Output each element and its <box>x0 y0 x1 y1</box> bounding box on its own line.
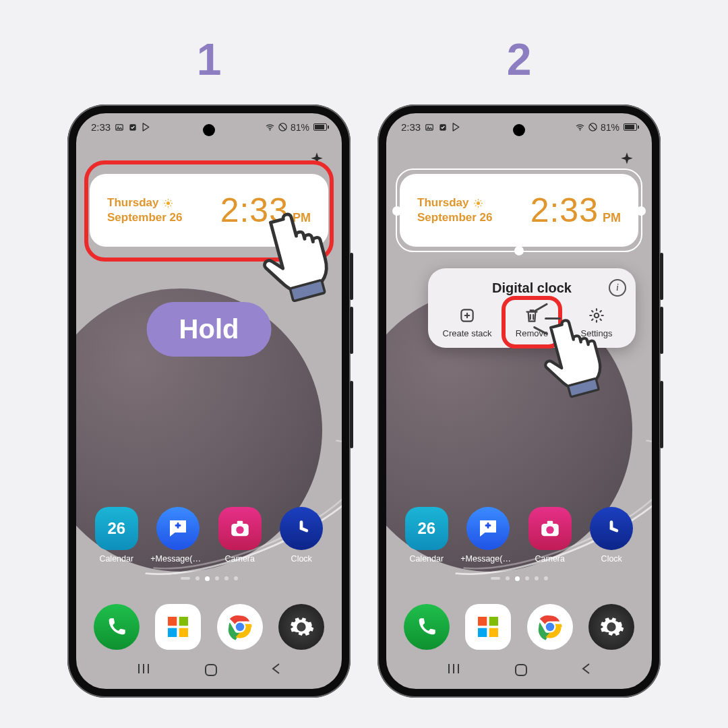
app-camera[interactable]: Camera <box>212 507 268 564</box>
dock-phone[interactable] <box>399 604 454 650</box>
popup-title: Digital clock <box>492 280 572 296</box>
svg-point-46 <box>546 526 553 533</box>
sun-icon <box>163 198 173 208</box>
calendar-icon: 26 <box>95 507 138 550</box>
svg-rect-50 <box>478 628 487 637</box>
plus-square-icon <box>458 307 476 324</box>
info-button[interactable]: i <box>609 279 626 297</box>
message-icon <box>156 507 200 550</box>
power-button[interactable] <box>350 381 353 448</box>
front-camera <box>203 124 215 136</box>
chrome-icon <box>527 604 573 650</box>
camera-icon <box>218 507 262 550</box>
chrome-icon <box>217 604 263 650</box>
svg-rect-18 <box>179 617 188 626</box>
calendar-icon: 26 <box>405 507 448 550</box>
home-button[interactable] <box>513 662 529 681</box>
app-label: +Message(SM... <box>460 554 516 564</box>
message-icon <box>466 507 510 550</box>
status-time: 2:33 <box>91 121 111 133</box>
app-label: Calendar <box>89 554 144 564</box>
microsoft-icon <box>465 604 511 650</box>
app-label: Clock <box>584 554 639 564</box>
svg-line-39 <box>475 200 476 201</box>
front-camera <box>513 124 525 136</box>
svg-line-11 <box>170 205 171 206</box>
volume-down-button[interactable] <box>660 307 663 354</box>
battery-icon <box>624 123 637 131</box>
volume-down-button[interactable] <box>350 307 353 354</box>
step-number-1: 1 <box>67 34 351 85</box>
volume-up-button[interactable] <box>660 253 663 300</box>
resize-handle[interactable] <box>514 246 524 255</box>
microsoft-icon <box>155 604 201 650</box>
create-stack-button[interactable]: Create stack <box>441 307 493 338</box>
svg-rect-20 <box>179 628 188 637</box>
app-calendar[interactable]: 26 Calendar <box>89 507 144 564</box>
battery-percent: 81% <box>291 122 309 133</box>
dock-chrome[interactable] <box>522 604 578 650</box>
svg-point-32 <box>580 129 581 130</box>
widget-day: Thursday <box>417 196 469 210</box>
sparkle-icon <box>618 151 636 171</box>
dock <box>76 604 342 650</box>
status-time: 2:33 <box>401 121 421 133</box>
svg-rect-17 <box>168 617 177 626</box>
battery-icon <box>313 123 327 131</box>
app-message[interactable]: +Message(SM... <box>460 507 516 564</box>
dock-microsoft[interactable] <box>460 604 516 650</box>
app-label: Camera <box>212 554 268 564</box>
clock-widget[interactable]: Thursday September 26 2:33 PM <box>400 174 638 247</box>
app-camera[interactable]: Camera <box>522 507 578 564</box>
page-indicator[interactable] <box>386 576 652 581</box>
android-navbar <box>386 662 652 681</box>
svg-rect-19 <box>168 628 177 637</box>
wifi-icon <box>575 122 585 132</box>
app-clock[interactable]: Clock <box>584 507 639 564</box>
clock-icon <box>590 507 633 550</box>
svg-rect-49 <box>489 617 498 626</box>
app-calendar[interactable]: 26Calendar <box>399 507 454 564</box>
action-label: Create stack <box>443 328 492 338</box>
hand-cursor-icon <box>253 199 354 313</box>
recents-button[interactable] <box>135 662 152 681</box>
recents-button[interactable] <box>445 662 462 681</box>
settings-icon <box>278 604 324 650</box>
dock <box>386 604 652 650</box>
svg-rect-16 <box>237 521 243 525</box>
no-sim-icon <box>588 122 598 132</box>
svg-rect-58 <box>516 665 526 675</box>
app-label: Clock <box>274 554 329 564</box>
dock-settings[interactable] <box>274 604 329 650</box>
widget-ampm: PM <box>603 211 621 225</box>
phone-icon <box>94 604 140 650</box>
hand-cursor-icon <box>536 307 624 408</box>
app-message[interactable]: +Message(SM... <box>150 507 206 564</box>
dock-phone[interactable] <box>89 604 144 650</box>
power-button[interactable] <box>660 381 663 448</box>
widget-date: September 26 <box>107 211 183 224</box>
dock-microsoft[interactable] <box>150 604 206 650</box>
svg-line-10 <box>165 200 166 201</box>
svg-point-5 <box>166 202 170 205</box>
camera-icon <box>528 507 572 550</box>
phone-icon <box>404 604 450 650</box>
widget-time: 2:33 <box>530 191 599 230</box>
home-button[interactable] <box>203 662 219 681</box>
play-store-icon <box>141 122 151 132</box>
svg-line-42 <box>475 205 476 206</box>
dock-chrome[interactable] <box>212 604 268 650</box>
app-clock[interactable]: Clock <box>274 507 329 564</box>
back-button[interactable] <box>270 662 283 681</box>
back-button[interactable] <box>580 662 593 681</box>
wifi-icon <box>265 122 275 132</box>
svg-line-13 <box>165 205 166 206</box>
dock-settings[interactable] <box>584 604 639 650</box>
sun-icon <box>473 198 483 208</box>
step-number-2: 2 <box>377 34 661 85</box>
gallery-icon <box>114 122 124 132</box>
widget-date: September 26 <box>417 211 493 224</box>
page-indicator[interactable] <box>76 576 342 581</box>
svg-line-40 <box>480 205 481 206</box>
svg-rect-27 <box>206 665 216 675</box>
